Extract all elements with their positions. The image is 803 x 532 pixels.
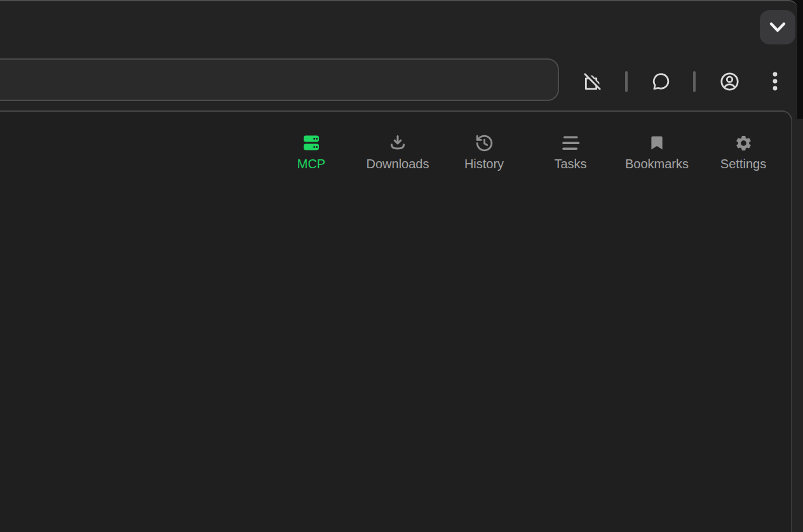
tab-label: MCP	[297, 157, 325, 171]
bookmark-icon	[648, 133, 666, 152]
toolbar-separator	[625, 71, 628, 92]
chat-bubble-icon	[650, 70, 671, 92]
address-input[interactable]	[0, 60, 558, 100]
server-icon	[302, 133, 321, 152]
address-bar	[0, 58, 559, 101]
browser-window: MCP Downloads	[0, 0, 797, 532]
puzzle-off-icon	[581, 70, 604, 93]
tab-history[interactable]: History	[441, 133, 527, 171]
history-icon	[475, 133, 494, 152]
panel-tab-bar: MCP Downloads	[268, 133, 786, 171]
gear-icon	[734, 133, 753, 152]
collapse-toolbar-button[interactable]	[760, 10, 795, 44]
tab-tasks[interactable]: Tasks	[527, 133, 614, 171]
window-edge	[792, 119, 803, 532]
toolbar-separator	[693, 71, 696, 92]
chat-button[interactable]	[647, 67, 675, 95]
tab-bookmarks[interactable]: Bookmarks	[614, 133, 700, 171]
tab-label: History	[464, 157, 504, 171]
chevron-down-icon	[769, 22, 786, 32]
more-menu-button[interactable]	[761, 67, 789, 95]
download-icon	[388, 133, 407, 152]
account-icon	[719, 70, 741, 93]
tab-label: Bookmarks	[625, 157, 689, 171]
tab-label: Downloads	[367, 157, 429, 171]
tab-label: Settings	[720, 157, 766, 171]
tasks-icon	[562, 133, 580, 152]
dropdown-panel: MCP Downloads	[0, 110, 792, 532]
tab-settings[interactable]: Settings	[700, 133, 786, 171]
tab-downloads[interactable]: Downloads	[354, 133, 441, 171]
extensions-disabled-button[interactable]	[578, 67, 606, 95]
tab-label: Tasks	[554, 157, 586, 171]
tab-mcp[interactable]: MCP	[268, 133, 354, 171]
kebab-menu-icon	[762, 69, 788, 94]
account-button[interactable]	[715, 67, 743, 95]
